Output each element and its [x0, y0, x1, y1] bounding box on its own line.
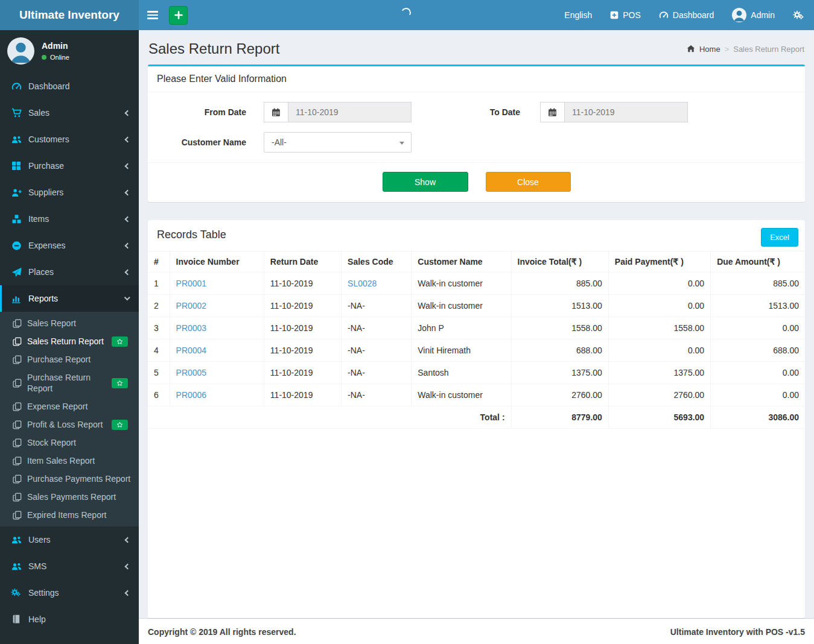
sidebar: Admin Online Dashboard Sales Customers P… [0, 30, 139, 644]
show-button[interactable]: Show [383, 172, 468, 192]
chevron-left-icon [125, 163, 131, 169]
invoice-link[interactable]: PR0006 [176, 390, 207, 400]
customer-row: Customer Name -All- [157, 132, 796, 153]
sidebar-item-dashboard[interactable]: Dashboard [0, 73, 139, 99]
sidebar-item-stock-report[interactable]: Stock Report [0, 434, 139, 452]
bar-chart-icon [11, 294, 22, 303]
total-invoice: 8779.00 [511, 406, 608, 429]
online-status-dot [42, 55, 46, 60]
sidebar-item-sales[interactable]: Sales [0, 99, 139, 126]
sidebar-item-expired-items-report[interactable]: Expired Items Report [0, 506, 139, 524]
invoice-link[interactable]: PR0005 [176, 368, 207, 377]
copy-icon [13, 337, 22, 346]
cogs-icon [793, 10, 805, 21]
sidebar-item-sales-payments-report[interactable]: Sales Payments Report [0, 488, 139, 506]
invoice-link[interactable]: PR0003 [176, 323, 207, 333]
sidebar-item-help[interactable]: Help [0, 606, 139, 633]
app-logo[interactable]: Ultimate Inventory [0, 0, 139, 30]
nav-settings-button[interactable] [784, 0, 814, 30]
invoice-link[interactable]: PR0001 [176, 279, 207, 288]
copy-icon [13, 456, 22, 466]
users-icon [11, 134, 22, 145]
invoice-link[interactable]: PR0002 [176, 301, 207, 311]
sidebar-item-item-sales-report[interactable]: Item Sales Report [0, 452, 139, 470]
sidebar-item-users[interactable]: Users [0, 526, 139, 553]
favorite-badge[interactable] [112, 420, 128, 430]
quick-add-button[interactable] [169, 6, 188, 25]
content-header: Sales Return Report Home > Sales Return … [139, 30, 814, 65]
customer-name-label: Customer Name [157, 137, 246, 147]
sidebar-item-sales-report[interactable]: Sales Report [0, 314, 139, 332]
filter-panel-title: Please Enter Valid Information [148, 66, 805, 92]
sidebar-item-reports[interactable]: Reports Sales Report Sales Return Report… [0, 285, 139, 526]
nav-user-menu[interactable]: Admin [723, 0, 784, 30]
from-date-input[interactable] [288, 102, 412, 122]
sidebar-user-status[interactable]: Online [42, 54, 69, 61]
tachometer-icon [11, 81, 22, 92]
breadcrumb-home-link[interactable]: Home [699, 45, 720, 54]
sales-code-link[interactable]: SL0028 [348, 279, 377, 288]
col-customer-name: Customer Name [412, 251, 511, 273]
sidebar-user-panel: Admin Online [0, 30, 139, 73]
calendar-icon[interactable] [540, 102, 564, 122]
chevron-left-icon [125, 269, 131, 275]
copy-icon [13, 438, 22, 447]
sidebar-item-expense-report[interactable]: Expense Report [0, 397, 139, 415]
minus-circle-icon [11, 241, 22, 251]
sidebar-item-purchase-return-report[interactable]: Purchase Return Report [0, 368, 139, 397]
copy-icon [13, 355, 22, 364]
sidebar-item-sales-return-report[interactable]: Sales Return Report [0, 332, 139, 350]
sidebar-item-expenses[interactable]: Expenses [0, 232, 139, 259]
sidebar-item-places[interactable]: Places [0, 259, 139, 285]
sidebar-item-customers[interactable]: Customers [0, 126, 139, 153]
users-icon [11, 561, 22, 572]
from-date-label: From Date [157, 107, 246, 117]
sidebar-item-purchase[interactable]: Purchase [0, 153, 139, 179]
sidebar-item-suppliers[interactable]: Suppliers [0, 179, 139, 206]
nav-dashboard-link[interactable]: Dashboard [650, 0, 723, 30]
main-footer: Copyright © 2019 All rights reserved. Ul… [139, 618, 814, 644]
user-avatar [7, 37, 34, 65]
to-date-label: To Date [412, 107, 520, 117]
grid-icon [11, 161, 22, 171]
customer-select-value: -All- [272, 137, 287, 147]
favorite-badge[interactable] [112, 378, 128, 388]
close-button[interactable]: Close [486, 172, 571, 192]
hamburger-icon [147, 11, 158, 13]
copy-icon [13, 379, 22, 388]
sidebar-item-profit-loss-report[interactable]: Profit & Loss Report [0, 415, 139, 434]
sidebar-user-name: Admin [42, 41, 69, 51]
records-title: Records Table [148, 220, 805, 251]
table-row: 5 PR0005 11-10-2019 -NA- Santosh 1375.00… [148, 362, 805, 384]
sidebar-item-settings[interactable]: Settings [0, 579, 139, 606]
book-icon [11, 614, 22, 624]
copy-icon [13, 493, 22, 502]
to-date-input[interactable] [564, 102, 688, 122]
chevron-down-icon [124, 294, 130, 300]
chevron-left-icon [125, 537, 131, 543]
filter-form: From Date To Date Customer Name [148, 92, 805, 153]
home-icon [687, 45, 695, 53]
nav-pos-link[interactable]: POS [601, 0, 650, 30]
filter-actions: Show Close [148, 162, 805, 202]
copy-icon [13, 511, 22, 520]
to-date-group [540, 102, 688, 122]
sidebar-item-purchase-payments-report[interactable]: Purchase Payments Report [0, 470, 139, 488]
sidebar-item-purchase-report[interactable]: Purchase Report [0, 350, 139, 368]
records-panel: Records Table Excel # Invoice Number Ret… [148, 220, 805, 618]
sidebar-item-items[interactable]: Items [0, 206, 139, 232]
favorite-badge[interactable] [112, 336, 128, 347]
invoice-link[interactable]: PR0004 [176, 346, 207, 355]
nav-language-link[interactable]: English [555, 0, 601, 30]
excel-export-button[interactable]: Excel [761, 228, 798, 247]
sidebar-menu: Dashboard Sales Customers Purchase Suppl… [0, 73, 139, 633]
date-row: From Date To Date [157, 102, 796, 122]
chevron-left-icon [125, 110, 131, 116]
sidebar-toggle-button[interactable] [139, 0, 167, 30]
sidebar-item-sms[interactable]: SMS [0, 553, 139, 579]
col-invoice-total: Invoice Total(₹ ) [511, 251, 608, 273]
calendar-icon[interactable] [264, 102, 288, 122]
chevron-left-icon [125, 242, 131, 248]
chevron-left-icon [125, 189, 131, 195]
customer-select[interactable]: -All- [264, 132, 412, 153]
